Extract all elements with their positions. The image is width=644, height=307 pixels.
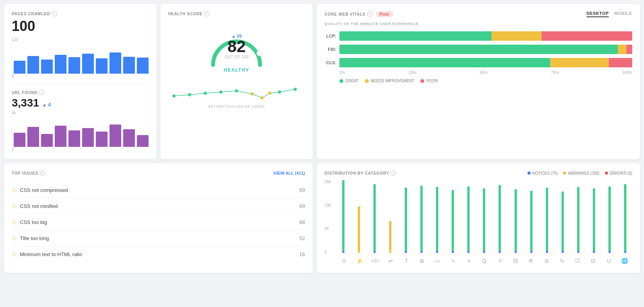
dist-x-label: ⧉ [539, 256, 554, 266]
dist-legend-item: NOTICES (75) [527, 171, 558, 175]
dist-x-label: T [398, 256, 414, 266]
dist-col-dot [561, 251, 564, 253]
url-found-delta: ▲ 4 [42, 102, 51, 108]
legend-label: NEEDS IMPROVEMENT [371, 79, 414, 83]
cwv-header: CORE WEB VITALS i Poor DESKTOP MOBILE [325, 11, 632, 17]
svg-point-5 [235, 89, 238, 92]
issue-text: CSS too big [20, 219, 47, 225]
vitals-axis: 0%25%50%75%100% [325, 70, 632, 75]
issue-count: 88 [300, 219, 305, 225]
dist-col [399, 180, 413, 254]
tab-desktop[interactable]: DESKTOP [587, 11, 609, 17]
vital-seg-yellow [492, 31, 541, 41]
gauge-sub: OUT OF 100 [224, 55, 249, 59]
vital-seg-red [626, 45, 632, 54]
pages-crawled-title: PAGES CRAWLED i [12, 11, 149, 16]
dist-info-icon[interactable]: i [391, 170, 396, 176]
axis-label: 75% [551, 70, 559, 75]
bar [137, 135, 149, 147]
dist-col [556, 180, 570, 254]
issue-count: 89 [300, 187, 305, 193]
gauge-value: 82 [224, 38, 249, 55]
dist-col [414, 180, 429, 254]
dist-col-bar [342, 180, 344, 251]
view-all-link[interactable]: VIEW ALL (411) [273, 171, 305, 175]
bar [123, 129, 135, 147]
legend-dot [339, 79, 343, 83]
bar [82, 128, 94, 147]
cwv-info-icon[interactable]: i [367, 11, 373, 17]
pages-crawled-chart: 120 0 [12, 38, 149, 78]
vital-row: FID: [325, 45, 632, 54]
dist-col-dot [342, 251, 344, 253]
dist-legend-label: WARNINGS (336) [568, 171, 599, 175]
dist-col [524, 180, 538, 254]
bar [109, 52, 121, 74]
issues-info-icon[interactable]: i [40, 170, 45, 176]
dist-col-bar [499, 185, 501, 251]
vital-seg-yellow [618, 45, 626, 54]
issue-left: ⚠ CSS not minified [12, 203, 58, 209]
bar [55, 55, 66, 74]
health-score-info-icon[interactable]: i [204, 11, 210, 16]
svg-point-6 [251, 92, 254, 96]
issue-row: ⚠ CSS not minified 89 [12, 198, 305, 214]
dist-col-dot [515, 251, 517, 253]
issues-title: TOP ISSUES i [12, 170, 45, 176]
dist-col-bar [561, 191, 564, 251]
dist-col-dot [467, 251, 470, 253]
svg-point-4 [219, 90, 222, 94]
dist-col-dot [593, 251, 595, 253]
axis-label: 25% [409, 70, 416, 75]
distribution-card: DISTRIBUTION BY CATEGORY i NOTICES (75)W… [317, 163, 640, 273]
dist-x-labels: ⊙⚡</>⇌T⊞▭∿≡Q↗⛓⛨⧉↻☑⊟U🌐 [336, 256, 632, 266]
vital-label: FID: [325, 47, 336, 52]
bar [27, 56, 39, 74]
top-issues-card: TOP ISSUES i VIEW ALL (411) ⚠ CSS not co… [4, 163, 313, 273]
issue-left: ⚠ CSS too big [12, 219, 47, 225]
dist-columns-area [336, 180, 632, 254]
dist-col-bar [483, 188, 485, 251]
dist-dot [527, 172, 531, 175]
sparkline-area: BETTER THAN 85% OF USERS [168, 78, 305, 108]
url-found-y-zero: 0 [12, 147, 149, 152]
bar [41, 60, 53, 74]
dist-x-label: Q [477, 256, 492, 266]
dist-header: DISTRIBUTION BY CATEGORY i NOTICES (75)W… [325, 170, 632, 176]
core-web-vitals-card: CORE WEB VITALS i Poor DESKTOP MOBILE QU… [317, 4, 640, 159]
issue-row: ⚠ CSS not compressed 89 [12, 182, 305, 198]
pages-crawled-info-icon[interactable]: i [52, 11, 57, 16]
svg-point-9 [278, 90, 281, 94]
dist-col [603, 180, 617, 254]
dist-col-bar [467, 186, 470, 251]
dist-y-label: 0 [325, 250, 331, 254]
dist-col-dot [577, 251, 579, 253]
dist-col [383, 180, 397, 254]
issues-header: TOP ISSUES i VIEW ALL (411) [12, 170, 305, 176]
dist-col-bar [452, 190, 454, 251]
dist-col [509, 180, 523, 254]
dist-x-label: ⛨ [523, 256, 539, 266]
dist-y-label: 199 [325, 203, 331, 208]
dist-col [493, 180, 507, 254]
bar [96, 58, 108, 74]
axis-label: 0% [339, 70, 345, 75]
dist-col-bar [608, 186, 611, 251]
bar [27, 127, 39, 147]
dist-x-label: ⇌ [383, 256, 399, 266]
issue-count: 52 [300, 235, 305, 241]
url-found-info-icon[interactable]: i [39, 90, 45, 95]
issue-left: ⚠ Minimum text to HTML ratio [12, 251, 82, 257]
tab-mobile[interactable]: MOBILE [614, 11, 632, 17]
dist-col-bar [624, 184, 626, 251]
dist-dot [605, 172, 608, 175]
svg-point-10 [294, 88, 297, 91]
dist-col [587, 180, 601, 254]
dist-col [571, 180, 585, 254]
legend-dot [420, 79, 424, 83]
dist-col-bar [530, 191, 533, 251]
dist-x-label: 🌐 [617, 256, 632, 266]
url-found-section: URL FOUND i 3,331 ▲ 4 4k 0 [12, 84, 149, 152]
issue-row: ⚠ Title too long 52 [12, 230, 305, 246]
cwv-title: CORE WEB VITALS i [325, 11, 373, 17]
